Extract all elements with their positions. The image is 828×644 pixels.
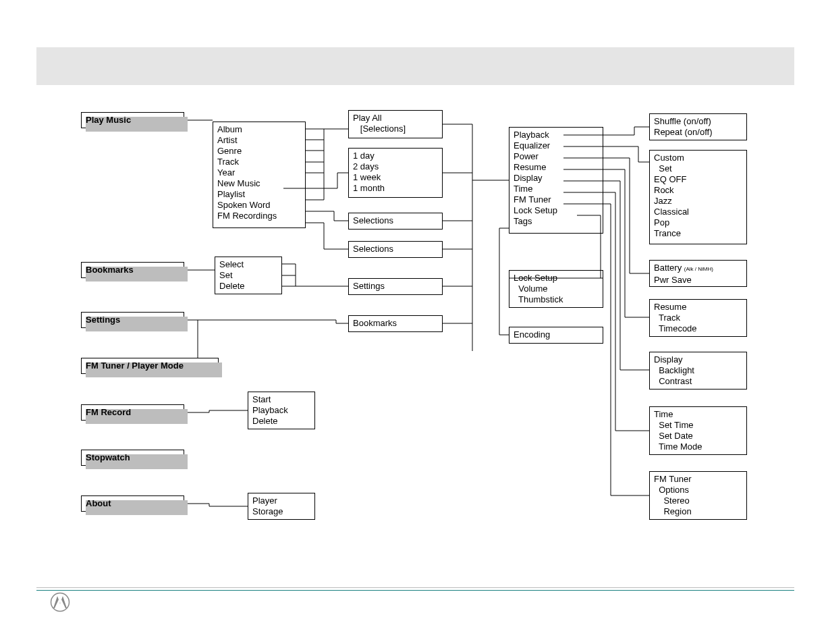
label: FM Record [86,407,131,417]
item: [Selections] [353,124,438,134]
item: Pop [654,217,742,228]
menu-about: About [81,495,184,512]
item: Tags [514,216,599,227]
item: Select [219,259,277,270]
item: Set Time [654,420,742,431]
item: Playback [252,405,310,416]
item: Time Mode [654,441,742,452]
item: Year [217,167,301,178]
item: Region [654,506,742,517]
item: Trance [654,228,742,239]
selections-2: Selections [348,241,443,258]
item: Delete [219,281,277,292]
fm-record-submenu: Start Playback Delete [248,392,315,429]
item: Artist [217,135,301,146]
item: Start [252,394,310,405]
label: About [86,498,111,508]
about-submenu: Player Storage [248,493,315,520]
power-opts: Battery (Alk / NiMH) Pwr Save [649,260,747,287]
item: Backlight [654,365,742,376]
item: Storage [252,506,310,517]
label: Selections [353,244,393,254]
header-bar [36,47,794,85]
play-music-submenu: Album Artist Genre Track Year New Music … [213,122,306,228]
item: New Music [217,178,301,189]
item: Playback [514,130,599,140]
menu-settings: Settings [81,312,184,328]
time-opts: Time Set Time Set Date Time Mode [649,406,747,455]
menu-stopwatch: Stopwatch [81,450,184,466]
item: Time [654,409,742,420]
item: 1 day [353,151,438,161]
item: Track [217,157,301,167]
item: Time [514,184,599,194]
item: Track [654,313,742,323]
item: Thumbstick [514,294,599,305]
item: Playlist [217,189,301,200]
resume-opts: Resume Track Timecode [649,299,747,337]
bookmarks-submenu: Select Set Delete [215,257,282,294]
label: Stopwatch [86,452,130,462]
item: Stereo [654,495,742,506]
item: Shuffle (on/off) [654,116,742,127]
item: Repeat (on/off) [654,127,742,138]
item: Jazz [654,196,742,207]
item: Set [654,163,742,174]
item: Lock Setup [514,273,599,284]
label: Selections [353,215,393,225]
item: Timecode [654,323,742,334]
item: Lock Setup [514,205,599,216]
menu-fm-record: FM Record [81,404,184,421]
footer-divider [36,587,794,591]
item: Contrast [654,376,742,387]
menu-play-music: Play Music [81,112,184,128]
item: Power [514,151,599,162]
item: Classical [654,207,742,217]
settings-list: Playback Equalizer Power Resume Display … [509,127,603,234]
settings-box: Settings [348,278,443,295]
item: Display [514,173,599,184]
item: FM Recordings [217,211,301,221]
menu-fm-tuner: FM Tuner / Player Mode [81,358,219,374]
item: 2 days [353,161,438,172]
item: Resume [514,162,599,173]
label-small: (Alk / NiMH) [684,266,713,272]
item: Volume [514,284,599,294]
item: 1 month [353,183,438,194]
new-music-times: 1 day 2 days 1 week 1 month [348,148,443,198]
item: Rock [654,185,742,196]
item: Options [654,485,742,495]
item: Spoken Word [217,200,301,211]
label: Play Music [86,115,131,125]
item: Set [219,270,277,281]
item: Genre [217,146,301,157]
selections-1: Selections [348,213,443,230]
item: Display [654,354,742,365]
item: Pwr Save [654,275,742,286]
encoding-box: Encoding [509,327,603,344]
display-opts: Display Backlight Contrast [649,352,747,390]
row: Battery (Alk / NiMH) [654,263,742,275]
item: Set Date [654,431,742,441]
item: FM Tuner [654,474,742,485]
play-all-box: Play All [Selections] [348,110,443,138]
label: Bookmarks [86,265,134,275]
motorola-logo [50,592,70,612]
label: Settings [353,281,385,291]
item: 1 week [353,172,438,183]
label: Encoding [514,329,550,340]
item: Resume [654,302,742,313]
item: Album [217,124,301,135]
item: Equalizer [514,140,599,151]
playback-opts: Shuffle (on/off) Repeat (on/off) [649,113,747,140]
label: Settings [86,315,120,325]
item: Delete [252,416,310,427]
label: Bookmarks [353,318,397,328]
item: Custom [654,153,742,163]
bookmarks-box: Bookmarks [348,315,443,332]
svg-point-0 [51,593,70,612]
label: FM Tuner / Player Mode [86,360,184,371]
item: Player [252,495,310,506]
item: FM Tuner [514,194,599,205]
lock-setup-box: Lock Setup Volume Thumbstick [509,270,603,308]
